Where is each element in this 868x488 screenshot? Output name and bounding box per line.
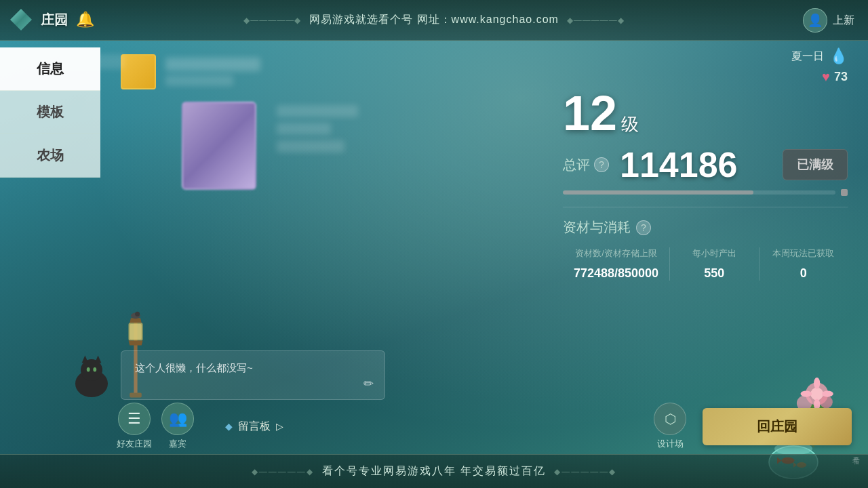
top-banner-left-deco: ◆—————◆ [243, 16, 301, 25]
level-number: 12 [563, 89, 617, 138]
resource-header-1: 每小时产出 [681, 247, 747, 260]
profile-section: 这个人很懒，什么都没写~ ✏ 夏一日 💧 ♥ 73 12 级 总评 ? [100, 41, 868, 400]
guests-icon-symbol: 👥 [169, 410, 187, 428]
guests-icon: 👥 [161, 403, 194, 435]
score-label-area: 总评 ? [563, 156, 609, 174]
guests-label: 嘉宾 [169, 438, 186, 450]
bottom-banner-right-deco: ◆—————◆ [554, 467, 616, 476]
sidebar-item-info-label: 信息 [37, 61, 64, 76]
resource-header-2: 本周玩法已获取 [770, 247, 837, 260]
logo-diamond [10, 9, 32, 30]
season-water-area: 夏一日 💧 ♥ 73 [563, 47, 848, 85]
top-banner-content: ◆—————◆ 网易游戏就选看个号 网址：www.kangchao.com ◆—… [243, 13, 625, 27]
guests-btn[interactable]: 👥 嘉宾 [161, 403, 194, 450]
level-unit: 级 [621, 113, 639, 136]
sidebar-item-farm-label: 农场 [37, 148, 64, 163]
design-field-label: 设计场 [657, 438, 684, 450]
blurred-block-1 [277, 105, 358, 117]
resource-header-0: 资材数/资材存储上限 [574, 247, 658, 260]
message-board-label: 留言板 [238, 420, 271, 434]
bottom-banner: ◆—————◆ 看个号专业网易游戏八年 年交易额过百亿 ◆—————◆ [0, 454, 868, 488]
avatar-content-blurred [277, 105, 385, 166]
friends-garden-label: 好友庄园 [117, 438, 152, 450]
resources-grid: 资材数/资材存储上限 772488/850000 每小时产出 550 本周玩法已… [563, 247, 848, 281]
user-name-blurred [165, 58, 260, 71]
top-banner-text: 网易游戏就选看个号 网址：www.kangchao.com [309, 13, 559, 27]
progress-dot [841, 189, 848, 196]
logo-icon[interactable] [7, 5, 35, 34]
sidebar-item-template[interactable]: 模板 [0, 91, 100, 134]
resource-value-1: 550 [681, 266, 747, 281]
heart-icon: ♥ [822, 69, 830, 85]
user-header [121, 54, 260, 89]
resources-title: 资材与消耗 ? [563, 218, 848, 237]
bio-area: 这个人很懒，什么都没写~ ✏ [121, 350, 385, 400]
stats-right: 夏一日 💧 ♥ 73 12 级 总评 ? 114186 已满级 [563, 47, 848, 281]
total-score-question-icon[interactable]: ? [594, 157, 609, 172]
score-row: 总评 ? 114186 已满级 [563, 144, 848, 185]
resource-value-2: 0 [770, 266, 837, 281]
bottom-banner-left-deco: ◆—————◆ [252, 467, 314, 476]
score-progress-bar [563, 190, 835, 195]
blurred-block-2 [277, 123, 331, 135]
sidebar-item-template-label: 模板 [37, 104, 64, 119]
user-avatar-small [121, 54, 156, 89]
user-icon[interactable]: 👤 [803, 8, 827, 33]
top-banner: ◆—————◆ 网易游戏就选看个号 网址：www.kangchao.com ◆—… [0, 0, 868, 41]
message-board-btn[interactable]: ◆ 留言板 ▷ [214, 414, 294, 439]
sidebar-item-info[interactable]: 信息 [0, 47, 100, 91]
resource-col-2: 本周玩法已获取 0 [760, 247, 848, 281]
season-label: 夏一日 [791, 49, 824, 64]
sidebar: 信息 模板 农场 [0, 47, 100, 178]
score-progress-row [563, 189, 848, 196]
resource-col-0: 资材数/资材存储上限 772488/850000 [563, 247, 670, 281]
message-diamond-icon: ◆ [225, 421, 233, 432]
blurred-block-3 [277, 140, 344, 152]
question-symbol: ? [599, 159, 604, 170]
top-right-area: 👤 上新 [803, 8, 854, 33]
user-id-blurred [165, 75, 233, 86]
top-banner-right-deco: ◆—————◆ [567, 16, 625, 25]
bottom-banner-text: 看个号专业网易游戏八年 年交易额过百亿 [322, 464, 546, 479]
top-right-label: 上新 [833, 14, 854, 28]
bottom-banner-content: ◆—————◆ 看个号专业网易游戏八年 年交易额过百亿 ◆—————◆ [252, 464, 616, 479]
message-play-icon: ▷ [276, 421, 283, 432]
friends-garden-btn[interactable]: ☰ 好友庄园 [117, 403, 152, 450]
main-avatar [182, 102, 256, 190]
resources-question-symbol: ? [641, 222, 646, 233]
resources-title-text: 资材与消耗 [563, 218, 631, 237]
max-level-label: 已满级 [797, 158, 833, 171]
progress-fill [563, 190, 753, 195]
total-score-value: 114186 [620, 144, 772, 185]
heart-count: 73 [834, 70, 848, 84]
resource-value-0: 772488/850000 [574, 266, 658, 281]
resource-col-1: 每小时产出 550 [670, 247, 759, 281]
design-field-btn[interactable]: ⬡ 设计场 [654, 403, 686, 450]
menu-icon-symbol: ☰ [127, 410, 141, 428]
return-btn[interactable]: 回庄园 [703, 408, 852, 445]
top-left-area: 庄园 🔔 [7, 5, 94, 34]
friends-garden-icon: ☰ [118, 403, 151, 435]
bio-edit-icon[interactable]: ✏ [363, 376, 374, 391]
resources-question-icon[interactable]: ? [636, 220, 651, 235]
design-icon-symbol: ⬡ [665, 411, 676, 427]
heart-row: ♥ 73 [822, 69, 848, 85]
season-row: 夏一日 💧 [791, 47, 848, 65]
level-display: 12 级 [563, 89, 848, 138]
max-level-badge: 已满级 [783, 149, 848, 180]
page-title: 庄园 [41, 11, 68, 29]
user-info-col [165, 58, 260, 86]
design-field-icon: ⬡ [654, 403, 686, 435]
total-score-label: 总评 [563, 156, 590, 174]
sidebar-item-farm[interactable]: 农场 [0, 134, 100, 178]
bell-icon[interactable]: 🔔 [76, 11, 94, 28]
water-drop-icon: 💧 [829, 47, 848, 65]
resources-section: 资材与消耗 ? 资材数/资材存储上限 772488/850000 每小时产出 5… [563, 207, 848, 281]
bio-text: 这个人很懒，什么都没写~ [135, 362, 253, 373]
user-icon-symbol: 👤 [808, 13, 823, 28]
bottom-actions: ☰ 好友庄园 👥 嘉宾 ◆ 留言板 ▷ ⬡ 设计场 回庄园 [100, 400, 868, 453]
